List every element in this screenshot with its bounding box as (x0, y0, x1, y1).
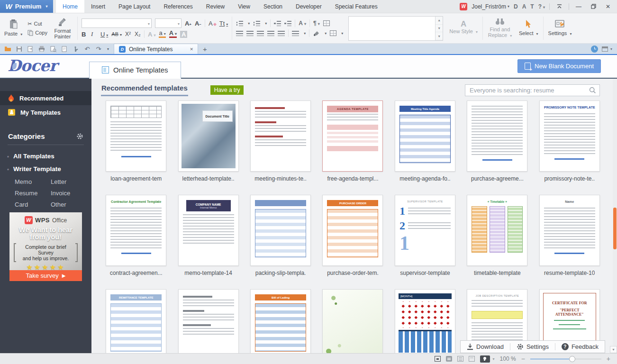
new-tab-button[interactable]: + (198, 44, 212, 54)
menu-tab-page-layout[interactable]: Page Layout (112, 0, 157, 13)
text-effects-button[interactable]: A▾ (148, 31, 155, 38)
distribute-icon[interactable] (278, 31, 285, 36)
zoom-in-button[interactable]: + (607, 356, 610, 362)
select-button[interactable]: Select ▾ (516, 14, 542, 42)
vertical-scrollbar[interactable] (613, 79, 617, 353)
font-color-button[interactable]: A▾ (169, 30, 177, 38)
character-shading-button[interactable]: A (180, 31, 187, 38)
feedback-button[interactable]: ? Feedback (555, 341, 605, 353)
font-name-select[interactable]: ▾ (82, 18, 152, 28)
superscript-button[interactable]: X² (125, 31, 131, 37)
switch-window-button[interactable]: ▾ (602, 46, 612, 52)
template-card[interactable]: purchase-agreeme... (461, 100, 533, 182)
style-gallery-scroll[interactable]: ▲ ▼ ▼ (435, 17, 443, 40)
settings-button[interactable]: Settings ▾ (545, 14, 575, 42)
menu-tab-developer[interactable]: Developer (289, 0, 328, 13)
menu-tab-special-features[interactable]: Special Features (328, 0, 384, 13)
clear-formatting-icon[interactable]: A (209, 20, 216, 27)
eye-protection-button[interactable]: ▾ (480, 355, 495, 363)
close-button[interactable]: ✕ (603, 3, 613, 10)
redo-icon[interactable]: ↷ (94, 45, 103, 53)
template-card[interactable]: COMPANY NAMEInternal Memomemo-template-1… (172, 195, 244, 276)
menu-tab-section[interactable]: Section (257, 0, 289, 13)
template-card[interactable]: Document Titleletterhead-template.. (172, 100, 244, 182)
take-survey-button[interactable]: Take survey ▶ (9, 270, 82, 281)
template-card[interactable] (317, 289, 389, 353)
bullets-icon[interactable] (236, 21, 243, 26)
format-painter-button[interactable]: Format Painter (49, 14, 76, 42)
quickbar-dropdown-icon[interactable]: ▾ (105, 44, 111, 54)
template-card[interactable]: SUPERVISOR TEMPLATE121supervisor-templat… (389, 195, 461, 276)
open-file-icon[interactable] (3, 45, 12, 53)
increase-font-icon[interactable]: A+ (185, 20, 191, 27)
menu-tab-review[interactable]: Review (200, 0, 231, 13)
menu-tab-home[interactable]: Home (56, 0, 84, 13)
search-icon[interactable] (589, 87, 596, 94)
download-button[interactable]: Download (461, 341, 510, 353)
online-templates-page-tab[interactable]: Online Templates (89, 62, 181, 79)
template-card[interactable]: PURCHASE ORDERpurchase-order-tem. (317, 195, 389, 276)
decrease-font-icon[interactable]: A− (195, 20, 201, 27)
zoom-slider[interactable] (530, 356, 601, 362)
template-card[interactable]: Nameresume-template-10 (534, 195, 606, 276)
template-card[interactable]: [MONTH] (389, 289, 461, 353)
undo-icon[interactable]: ↶ (82, 45, 92, 53)
gear-icon[interactable] (76, 133, 83, 140)
bold-button[interactable]: B (82, 31, 88, 38)
highlight-color-button[interactable]: a▾ (159, 30, 165, 38)
style-gallery[interactable]: ▲ ▼ ▼ (348, 16, 443, 41)
underline-button[interactable]: U▾ (100, 31, 108, 38)
search-input[interactable] (469, 86, 587, 94)
category-writer-template[interactable]: ◦Writer Template (0, 163, 91, 175)
template-card[interactable]: packing-slip-templa. (245, 195, 317, 276)
template-card[interactable]: AGENDA TEMPLATEfree-agenda-templ... (317, 100, 389, 182)
strikethrough-button[interactable]: AB▾ (111, 31, 122, 37)
change-case-icon[interactable]: Tt▾ (219, 20, 228, 27)
page-view-icon[interactable] (446, 356, 452, 362)
snapshot-icon[interactable]: A (522, 3, 526, 10)
new-style-button[interactable]: A New Style ▾ (446, 14, 481, 42)
borders-icon[interactable] (330, 30, 336, 36)
insert-table-icon[interactable] (323, 20, 330, 26)
copy-button[interactable]: Copy (27, 30, 47, 36)
gallery-scroll-down-icon[interactable]: ▼ (436, 25, 443, 33)
zoom-out-button[interactable]: − (521, 356, 525, 362)
subcategory-letter[interactable]: Letter (51, 178, 91, 185)
category-all-templates[interactable]: ◦All Templates (0, 150, 91, 163)
cut-button[interactable]: ✂Cut (27, 21, 47, 27)
outline-view-icon[interactable] (457, 356, 463, 362)
subcategory-resume[interactable]: Resume (15, 190, 51, 197)
justify-icon[interactable] (267, 31, 274, 36)
find-and-replace-button[interactable]: Find and Replace ▾ (484, 14, 516, 42)
zoom-slider-thumb[interactable] (569, 356, 575, 362)
italic-button[interactable]: I (91, 30, 97, 38)
close-tab-icon[interactable]: ✕ (190, 47, 193, 52)
template-card[interactable]: Contractor Agreement Templatecontract-ag… (100, 195, 172, 276)
subscript-button[interactable]: X₂ (135, 31, 141, 37)
gallery-expand-icon[interactable]: ▼ (436, 32, 443, 40)
template-card[interactable]: loan-agreement-tem (100, 100, 172, 182)
collapse-ribbon-button[interactable] (554, 4, 564, 9)
scroll-down-button[interactable]: ▼ (610, 346, 617, 353)
sidebar-item-my-templates[interactable]: My Templates (0, 105, 91, 119)
menu-tab-references[interactable]: References (157, 0, 199, 13)
scrollbar-thumb[interactable] (613, 208, 617, 249)
menu-tab-insert[interactable]: Insert (84, 0, 112, 13)
new-blank-document-button[interactable]: New Blank Document (517, 59, 601, 73)
menu-tab-view[interactable]: View (231, 0, 257, 13)
subcategory-card[interactable]: Card (15, 201, 51, 208)
template-card[interactable]: meeting-minutes-te.. (245, 100, 317, 182)
align-left-icon[interactable] (236, 31, 243, 36)
paragraph-mark-icon[interactable]: ¶▾ (313, 20, 320, 27)
settings-button-overlay[interactable]: Settings (510, 341, 555, 353)
document-tab-online-templates[interactable]: D Online Templates ✕ (114, 44, 198, 54)
print-icon[interactable] (37, 45, 46, 53)
align-center-icon[interactable] (246, 31, 254, 36)
restore-button[interactable] (588, 4, 599, 9)
template-card[interactable]: Bill of Lading (245, 289, 317, 353)
hand-tool-icon[interactable] (71, 45, 81, 53)
subcategory-memo[interactable]: Memo (15, 178, 51, 185)
template-card[interactable]: PROMISSORY NOTE TEMPLATEpromissory-note-… (534, 100, 606, 182)
help-icon[interactable]: ?▾ (538, 3, 545, 10)
subcategory-other[interactable]: Other (51, 201, 91, 208)
